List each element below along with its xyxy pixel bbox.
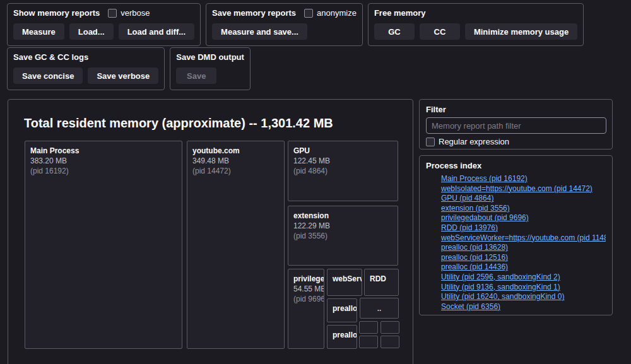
free-memory-title: Free memory xyxy=(374,8,426,18)
process-link[interactable]: prealloc (pid 13628) xyxy=(441,243,508,252)
process-index-item: prealloc (pid 14436) xyxy=(441,262,606,273)
toolbar-row-1: Show memory reports verbose Measure Load… xyxy=(7,3,584,46)
process-index-item: prealloc (pid 12516) xyxy=(441,253,606,263)
treemap-box-size: 54.55 MB xyxy=(293,285,319,293)
treemap-box-pid: (pid 14472) xyxy=(192,167,279,175)
treemap-box-rdd[interactable]: RDD xyxy=(364,269,399,296)
treemap-box-small-1[interactable] xyxy=(359,321,378,334)
process-link[interactable]: webServiceWorker=https://youtube.com (pi… xyxy=(441,233,606,242)
process-index-item: Utility (pid 2596, sandboxingKind 2) xyxy=(441,273,606,283)
verbose-checkbox[interactable] xyxy=(108,9,117,18)
process-link[interactable]: prealloc (pid 14436) xyxy=(441,262,508,271)
process-index-item: Socket (pid 6356) xyxy=(441,302,606,312)
regex-checkbox-label[interactable]: Regular expression xyxy=(426,137,509,146)
save-memory-reports-panel: Save memory reports anonymize Measure an… xyxy=(206,3,363,46)
treemap-overflow-label: .. xyxy=(377,304,382,313)
process-index-item: privilegedabout (pid 9696) xyxy=(441,213,606,223)
minimize-memory-usage-button[interactable]: Minimize memory usage xyxy=(465,23,577,40)
treemap-box-name: extension xyxy=(293,211,392,220)
treemap-box-pid: (pid 9696) xyxy=(293,295,319,303)
memory-report-filter-input[interactable] xyxy=(426,117,606,134)
save-dmd-output-panel: Save DMD output Save xyxy=(170,47,251,90)
save-gc-cc-logs-panel: Save GC & CC logs Save concise Save verb… xyxy=(7,47,165,90)
process-index-item: RDD (pid 13976) xyxy=(441,223,606,233)
treemap-box-size: 383.20 MB xyxy=(30,156,177,165)
save-gc-cc-logs-title: Save GC & CC logs xyxy=(13,52,88,62)
save-memory-reports-title: Save memory reports xyxy=(212,8,296,18)
treemap-box-small-4[interactable] xyxy=(380,336,399,348)
treemap-box-main-process[interactable]: Main Process 383.20 MB (pid 16192) xyxy=(25,141,182,349)
treemap-box-small-3[interactable] xyxy=(359,336,378,348)
process-index-item: GPU (pid 4864) xyxy=(441,194,606,204)
process-index-panel: Process index Main Process (pid 16192) w… xyxy=(419,155,613,315)
process-index-title: Process index xyxy=(426,161,606,170)
treemap-box-pid: (pid 3556) xyxy=(293,232,392,240)
process-link[interactable]: extension (pid 3556) xyxy=(441,204,510,213)
process-link[interactable]: webIsolated=https://youtube.com (pid 144… xyxy=(441,184,593,193)
process-link[interactable]: GPU (pid 4864) xyxy=(441,194,493,203)
treemap-box-name: GPU xyxy=(293,146,392,155)
treemap-box-name: prealloc xyxy=(333,304,351,313)
gc-button[interactable]: GC xyxy=(374,23,415,40)
process-index-item: extension (pid 3556) xyxy=(441,204,606,214)
save-dmd-output-title: Save DMD output xyxy=(176,52,244,62)
treemap-box-pid: (pid 16192) xyxy=(30,167,177,175)
process-link[interactable]: Utility (pid 9136, sandboxingKind 1) xyxy=(441,283,560,291)
treemap-box-size: 349.48 MB xyxy=(192,156,279,165)
show-memory-reports-title: Show memory reports xyxy=(13,8,100,18)
measure-button[interactable]: Measure xyxy=(13,23,64,40)
treemap-box-gpu[interactable]: GPU 122.45 MB (pid 4864) xyxy=(288,141,398,201)
process-link[interactable]: prealloc (pid 12516) xyxy=(441,253,508,262)
process-link[interactable]: Main Process (pid 16192) xyxy=(441,174,528,183)
treemap-box-name: Main Process xyxy=(30,146,177,155)
treemap-box-size: 122.45 MB xyxy=(293,156,392,165)
treemap-box-name: privilegedabout xyxy=(293,274,319,283)
process-index-item: Utility (pid 16240, sandboxingKind 0) xyxy=(441,292,606,302)
treemap-box-small-2[interactable] xyxy=(380,321,399,334)
treemap-box-name: RDD xyxy=(370,274,393,283)
process-index-item: webServiceWorker=https://youtube.com (pi… xyxy=(441,233,606,244)
memory-report-panel: Total resident memory (approximate) -- 1… xyxy=(8,99,413,364)
treemap-box-prealloc-1[interactable]: prealloc xyxy=(327,298,357,322)
filter-panel: Filter Regular expression xyxy=(419,99,613,150)
process-link[interactable]: Utility (pid 2596, sandboxingKind 2) xyxy=(441,273,560,281)
dmd-save-button: Save xyxy=(176,68,216,84)
save-concise-button[interactable]: Save concise xyxy=(13,68,83,84)
treemap-box-youtube[interactable]: youtube.com 349.48 MB (pid 14472) xyxy=(187,141,285,349)
process-index-item: Utility (pid 9136, sandboxingKind 1) xyxy=(441,283,606,293)
treemap-box-name: youtube.com xyxy=(192,146,279,155)
process-index-item: prealloc (pid 13628) xyxy=(441,243,606,253)
show-memory-reports-panel: Show memory reports verbose Measure Load… xyxy=(7,3,201,46)
treemap-box-pid: (pid 4864) xyxy=(293,167,392,175)
anonymize-checkbox-label[interactable]: anonymize xyxy=(304,8,357,18)
treemap-box-size: 122.29 MB xyxy=(293,221,392,230)
process-link[interactable]: RDD (pid 13976) xyxy=(441,223,498,232)
memory-treemap: Main Process 383.20 MB (pid 16192) youtu… xyxy=(8,100,413,364)
process-link[interactable]: Utility (pid 16240, sandboxingKind 0) xyxy=(441,292,564,301)
treemap-box-webserviceworker[interactable]: webServiceWorker xyxy=(327,269,362,296)
treemap-box-name: prealloc xyxy=(333,331,351,339)
regex-checkbox[interactable] xyxy=(426,138,435,146)
toolbar-row-2: Save GC & CC logs Save concise Save verb… xyxy=(7,47,251,90)
process-link[interactable]: Socket (pid 6356) xyxy=(441,302,500,311)
load-button[interactable]: Load... xyxy=(69,23,114,40)
verbose-label: verbose xyxy=(121,8,150,18)
process-index-item: webIsolated=https://youtube.com (pid 144… xyxy=(441,184,606,194)
treemap-box-overflow[interactable]: .. xyxy=(360,298,399,319)
anonymize-checkbox[interactable] xyxy=(304,9,313,18)
load-and-diff-button[interactable]: Load and diff... xyxy=(119,23,194,40)
process-link[interactable]: privilegedabout (pid 9696) xyxy=(441,213,529,222)
cc-button[interactable]: CC xyxy=(420,23,460,40)
filter-title: Filter xyxy=(426,105,606,114)
measure-and-save-button[interactable]: Measure and save... xyxy=(212,23,307,40)
process-index-list: Main Process (pid 16192) webIsolated=htt… xyxy=(426,174,606,312)
treemap-box-extension[interactable]: extension 122.29 MB (pid 3556) xyxy=(288,206,398,266)
treemap-box-privilegedabout[interactable]: privilegedabout 54.55 MB (pid 9696) xyxy=(288,269,324,349)
process-index-item: Main Process (pid 16192) xyxy=(441,174,606,184)
free-memory-panel: Free memory GC CC Minimize memory usage xyxy=(368,3,584,46)
anonymize-label: anonymize xyxy=(317,8,357,18)
verbose-checkbox-label[interactable]: verbose xyxy=(108,8,150,18)
treemap-box-prealloc-2[interactable]: prealloc xyxy=(327,325,357,349)
save-verbose-button[interactable]: Save verbose xyxy=(88,68,158,84)
treemap-box-name: webServiceWorker xyxy=(333,274,357,283)
